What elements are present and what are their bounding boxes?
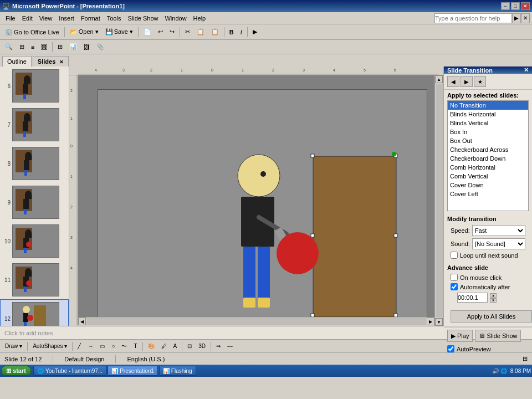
transition-item-9[interactable]: Cover Down — [448, 181, 528, 190]
arrow-style-btn[interactable]: ⇒ — [213, 341, 223, 352]
slide-thumb-6[interactable]: 6 — [0, 66, 69, 105]
close-btn[interactable]: ✕ — [521, 2, 530, 10]
speed-select[interactable]: Fast Medium Slow — [472, 225, 525, 236]
transition-item-5[interactable]: Checkerboard Across — [448, 145, 528, 154]
transition-item-6[interactable]: Checkerboard Down — [448, 154, 528, 163]
transition-list[interactable]: No Transition Blinds Horizontal Blinds V… — [447, 100, 529, 211]
dash-style-btn[interactable]: --- — [224, 341, 236, 352]
freeform-tool[interactable]: 〜 — [119, 341, 130, 352]
tab-outline[interactable]: Outline — [2, 56, 32, 66]
onclick-checkbox[interactable] — [451, 274, 458, 281]
view-normal[interactable]: ⊞ — [17, 41, 27, 53]
textbox-tool[interactable]: T — [131, 341, 140, 352]
help-search-btn[interactable]: ▶ — [512, 13, 521, 23]
open-btn[interactable]: 📂 Open ▾ — [67, 26, 101, 38]
menu-tools[interactable]: Tools — [104, 14, 125, 23]
minimize-btn[interactable]: − — [501, 2, 510, 10]
time-down-btn[interactable]: ▼ — [490, 298, 497, 303]
taskbar-item-ppt[interactable]: 📊 Presentation1 — [108, 366, 158, 376]
transition-item-10[interactable]: Cover Left — [448, 190, 528, 198]
autopreview-checkbox[interactable] — [447, 345, 454, 352]
copy-btn[interactable]: 📋 — [194, 26, 207, 38]
maximize-btn[interactable]: □ — [511, 2, 520, 10]
menu-insert[interactable]: Insert — [55, 14, 78, 23]
slide-thumb-8[interactable]: 8 — [0, 144, 69, 183]
new-btn[interactable]: 📄 — [141, 26, 154, 38]
vscroll-up[interactable]: ▲ — [435, 75, 443, 83]
canvas-vscroll[interactable]: ▲ ▼ — [434, 75, 443, 326]
menu-help[interactable]: Help — [190, 14, 209, 23]
transition-item-4[interactable]: Box Out — [448, 136, 528, 145]
loop-checkbox[interactable] — [451, 252, 458, 259]
insert-img[interactable]: 🖼 — [81, 41, 93, 53]
oval-tool[interactable]: ○ — [109, 341, 117, 352]
italic-btn[interactable]: I — [238, 26, 245, 38]
view-outline[interactable]: ≡ — [28, 41, 37, 53]
arrow-tool[interactable]: → — [85, 341, 96, 352]
help-search[interactable] — [434, 13, 512, 23]
transition-item-3[interactable]: Box In — [448, 127, 528, 136]
rect-tool[interactable]: ▭ — [97, 341, 108, 352]
tp-icon-star[interactable]: ★ — [474, 76, 486, 87]
tp-icon-1[interactable]: ◀ — [447, 76, 459, 87]
slide-thumb-10[interactable]: 10 — [0, 222, 69, 260]
shadow-btn[interactable]: ⊡ — [185, 341, 195, 352]
time-up-btn[interactable]: ▲ — [490, 293, 497, 298]
transition-item-2[interactable]: Blinds Vertical — [448, 119, 528, 127]
insert-chart[interactable]: 📊 — [66, 41, 80, 53]
tab-slides[interactable]: Slides ✕ — [33, 56, 69, 66]
transition-close[interactable]: ✕ — [524, 66, 529, 74]
auto-checkbox[interactable] — [451, 283, 458, 290]
transition-item-8[interactable]: Comb Vertical — [448, 172, 528, 181]
slide-canvas[interactable] — [98, 89, 427, 326]
office-live-btn[interactable]: 🏢 Go to Office Live — [2, 26, 62, 38]
slide-thumb-9[interactable]: 9 — [0, 183, 69, 222]
font-color-btn[interactable]: A — [171, 341, 180, 352]
menu-view[interactable]: View — [36, 14, 56, 23]
paste-btn[interactable]: 📋 — [208, 26, 222, 38]
slideshow-btn[interactable]: ▶ — [250, 26, 260, 38]
draw-btn[interactable]: Draw ▾ — [2, 341, 25, 352]
hscroll-left[interactable]: ◀ — [78, 318, 86, 325]
taskbar-item-flash[interactable]: 📊 Flashing — [159, 366, 196, 376]
3d-btn[interactable]: 3D — [196, 341, 208, 352]
fill-color-btn[interactable]: 🎨 — [145, 341, 157, 352]
slide-thumb-11[interactable]: 11 — [0, 260, 69, 299]
slide-thumb-7[interactable]: 7 — [0, 105, 69, 144]
slideshow-panel-btn[interactable]: 🖥 Slide Show — [475, 330, 521, 342]
time-input[interactable] — [457, 293, 488, 303]
menu-slideshow[interactable]: Slide Show — [124, 14, 161, 23]
transition-item-7[interactable]: Comb Horizontal — [448, 163, 528, 172]
autoshapes-btn[interactable]: AutoShapes ▾ — [30, 341, 70, 352]
play-btn[interactable]: ▶ Play — [447, 330, 473, 342]
canvas-area[interactable]: ▲ ▼ ◀ ▶ — [78, 75, 443, 326]
hscroll-right[interactable]: ▶ — [427, 318, 434, 325]
cut-btn[interactable]: ✂ — [182, 26, 193, 38]
menu-file[interactable]: File — [2, 14, 19, 23]
transition-item-1[interactable]: Blinds Horizontal — [448, 110, 528, 119]
menu-window[interactable]: Window — [161, 14, 190, 23]
line-color-btn[interactable]: 🖊 — [158, 341, 170, 352]
canvas-hscroll[interactable]: ◀ ▶ — [78, 317, 434, 326]
help-close-btn[interactable]: ✕ — [521, 13, 530, 23]
taskbar-item-yt[interactable]: 🌐 YouTube - liamturn97... — [33, 366, 106, 376]
insert-clip[interactable]: 📎 — [94, 41, 107, 53]
save-btn[interactable]: 💾 Save ▾ — [103, 26, 136, 38]
start-button[interactable]: ⊞ start — [1, 366, 31, 376]
menu-edit[interactable]: Edit — [19, 14, 36, 23]
tab-close-icon[interactable]: ✕ — [59, 59, 64, 65]
insert-table[interactable]: ⊞ — [55, 41, 65, 53]
slide-thumb-12[interactable]: 12 — [0, 299, 69, 326]
zoom-btn[interactable]: 🔍 — [2, 41, 16, 53]
undo-btn[interactable]: ↩ — [155, 26, 166, 38]
line-tool[interactable]: ╱ — [75, 341, 84, 352]
vscroll-down[interactable]: ▼ — [435, 318, 443, 326]
tp-icon-2[interactable]: ▶ — [461, 76, 473, 87]
transition-item-0[interactable]: No Transition — [448, 101, 528, 110]
menu-format[interactable]: Format — [78, 14, 104, 23]
bold-btn[interactable]: B — [227, 26, 237, 38]
redo-btn[interactable]: ↪ — [167, 26, 177, 38]
view-slide[interactable]: 🖼 — [38, 41, 50, 53]
apply-all-btn[interactable]: Apply to All Slides — [451, 310, 532, 323]
sound-select[interactable]: [No Sound] — [472, 238, 525, 249]
